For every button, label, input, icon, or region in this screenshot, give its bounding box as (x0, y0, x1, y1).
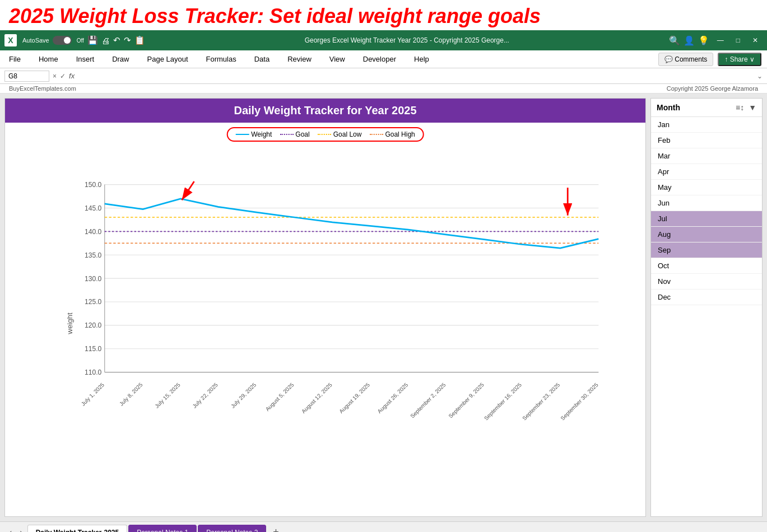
formula-bar: × ✓ fx ⌄ (0, 68, 767, 84)
toolbar-icon-print[interactable]: 🖨 (101, 36, 110, 45)
help-icon[interactable]: 💡 (698, 35, 709, 46)
toolbar-icon-save[interactable]: 💾 (87, 35, 98, 45)
month-item-may[interactable]: May (651, 180, 762, 195)
tab-file[interactable]: File (6, 53, 24, 66)
tab-scroll-left[interactable]: ‹ (6, 525, 15, 533)
month-item-feb[interactable]: Feb (651, 133, 762, 148)
svg-text:140.0: 140.0 (85, 228, 102, 236)
y-axis-label: weight (66, 312, 74, 335)
site-bar: BuyExcelTemplates.com Copyright 2025 Geo… (0, 84, 767, 94)
formula-expand-icon[interactable]: ⌄ (757, 72, 763, 80)
goal-high-line-icon (369, 134, 383, 135)
svg-text:August 19, 2025: August 19, 2025 (338, 381, 371, 414)
tab-insert[interactable]: Insert (73, 53, 98, 66)
month-item-jan[interactable]: Jan (651, 117, 762, 133)
svg-text:August 26, 2025: August 26, 2025 (376, 381, 410, 414)
formula-cancel-icon[interactable]: × (53, 72, 57, 80)
filter-panel: Month ≡↕ ▼ Jan Feb Mar Apr May Jun Jul A… (650, 98, 763, 517)
tab-draw[interactable]: Draw (109, 53, 132, 66)
sheet-tabs: ‹ › Daily Weight Tracker-2025 Personal N… (0, 521, 767, 532)
excel-logo: X (4, 34, 17, 46)
goal-low-line-icon (318, 134, 331, 135)
add-sheet-button[interactable]: + (267, 524, 285, 532)
filter-funnel-icon[interactable]: ▼ (749, 103, 756, 112)
svg-text:July 22, 2025: July 22, 2025 (191, 381, 219, 409)
tab-developer[interactable]: Developer (360, 53, 399, 66)
legend-goal-high-label: Goal High (385, 130, 415, 138)
toolbar-icon-redo[interactable]: ↷ (124, 35, 131, 45)
legend-goal: Goal (280, 130, 309, 138)
svg-text:July 1, 2025: July 1, 2025 (80, 381, 106, 407)
minimize-button[interactable]: — (713, 35, 728, 45)
legend-goal-label: Goal (295, 130, 309, 138)
chart-container: Daily Weight Tracker for Year 2025 Weigh… (4, 98, 646, 517)
month-item-sep[interactable]: Sep (651, 242, 762, 258)
toolbar-icon-clipboard[interactable]: 📋 (134, 35, 145, 45)
sort-icon[interactable]: ≡↕ (736, 103, 744, 112)
tab-daily-weight-tracker[interactable]: Daily Weight Tracker-2025 (27, 525, 128, 533)
tab-review[interactable]: Review (284, 53, 315, 66)
legend-weight: Weight (235, 130, 272, 138)
month-item-dec[interactable]: Dec (651, 290, 762, 305)
goal-line-icon (280, 134, 293, 135)
comments-button[interactable]: 💬 Comments (658, 53, 713, 66)
month-item-nov[interactable]: Nov (651, 274, 762, 290)
formula-input[interactable] (78, 71, 754, 81)
site-url: BuyExcelTemplates.com (9, 85, 76, 92)
tab-scroll-right[interactable]: › (16, 525, 26, 533)
month-item-aug[interactable]: Aug (651, 227, 762, 242)
autosave-state: Off (77, 38, 84, 44)
legend-goal-low: Goal Low (318, 130, 362, 138)
svg-text:July 8, 2025: July 8, 2025 (118, 381, 144, 407)
toolbar-icon-undo[interactable]: ↶ (113, 35, 120, 45)
close-button[interactable]: ✕ (748, 35, 763, 45)
title-banner: 2025 Weight Loss Tracker: Set ideal weig… (0, 0, 767, 30)
tab-personal-notes-1[interactable]: Personal Notes 1 (128, 525, 197, 532)
excel-titlebar: X AutoSave Off 💾 🖨 ↶ ↷ 📋 Georges Excel W… (0, 30, 767, 50)
svg-text:July 15, 2025: July 15, 2025 (154, 381, 182, 409)
chart-svg: weight 150.0 145.0 140.0 135.0 130.0 (5, 123, 645, 516)
svg-text:July 29, 2025: July 29, 2025 (230, 381, 258, 409)
cell-reference-input[interactable] (4, 71, 49, 82)
page-title: 2025 Weight Loss Tracker: Set ideal weig… (9, 4, 758, 28)
chart-header: Daily Weight Tracker for Year 2025 (5, 99, 645, 123)
maximize-button[interactable]: □ (732, 35, 745, 45)
svg-text:145.0: 145.0 (85, 204, 102, 212)
titlebar-title: Georges Excel Weight Tracker Year 2025 -… (148, 36, 666, 44)
month-item-jun[interactable]: Jun (651, 195, 762, 211)
month-list: Jan Feb Mar Apr May Jun Jul Aug Sep Oct … (651, 117, 762, 305)
profile-icon[interactable]: 👤 (684, 35, 695, 46)
tab-formulas[interactable]: Formulas (203, 53, 240, 66)
tab-data[interactable]: Data (251, 53, 273, 66)
tab-view[interactable]: View (326, 53, 348, 66)
tab-help[interactable]: Help (411, 53, 433, 66)
svg-text:130.0: 130.0 (85, 275, 102, 283)
autosave-toggle[interactable] (53, 36, 72, 45)
share-button[interactable]: ↑ Share ∨ (718, 53, 761, 66)
weight-line (105, 199, 599, 248)
svg-text:September 23, 2025: September 23, 2025 (521, 381, 561, 422)
legend-weight-label: Weight (251, 130, 272, 138)
legend-goal-low-label: Goal Low (333, 130, 362, 138)
tab-page-layout[interactable]: Page Layout (144, 53, 192, 66)
filter-panel-title: Month (657, 103, 680, 112)
search-icon[interactable]: 🔍 (669, 35, 680, 46)
autosave-label: AutoSave (22, 37, 49, 44)
svg-text:August 12, 2025: August 12, 2025 (300, 381, 333, 414)
svg-text:110.0: 110.0 (85, 368, 102, 376)
svg-text:September 30, 2025: September 30, 2025 (559, 381, 599, 422)
month-item-apr[interactable]: Apr (651, 164, 762, 180)
month-item-jul[interactable]: Jul (651, 211, 762, 227)
legend-goal-high: Goal High (369, 130, 415, 138)
formula-confirm-icon[interactable]: ✓ (60, 72, 66, 80)
tab-personal-notes-2[interactable]: Personal Notes 2 (198, 525, 266, 532)
svg-text:125.0: 125.0 (85, 298, 102, 306)
month-item-oct[interactable]: Oct (651, 258, 762, 274)
chart-body: Weight Goal Goal Low Goal High wei (5, 123, 645, 516)
main-content: Daily Weight Tracker for Year 2025 Weigh… (0, 94, 767, 521)
month-item-mar[interactable]: Mar (651, 148, 762, 164)
svg-text:150.0: 150.0 (85, 181, 102, 189)
formula-fx-icon: fx (69, 72, 75, 80)
tab-home[interactable]: Home (35, 53, 62, 66)
chart-legend: Weight Goal Goal Low Goal High (226, 127, 424, 142)
